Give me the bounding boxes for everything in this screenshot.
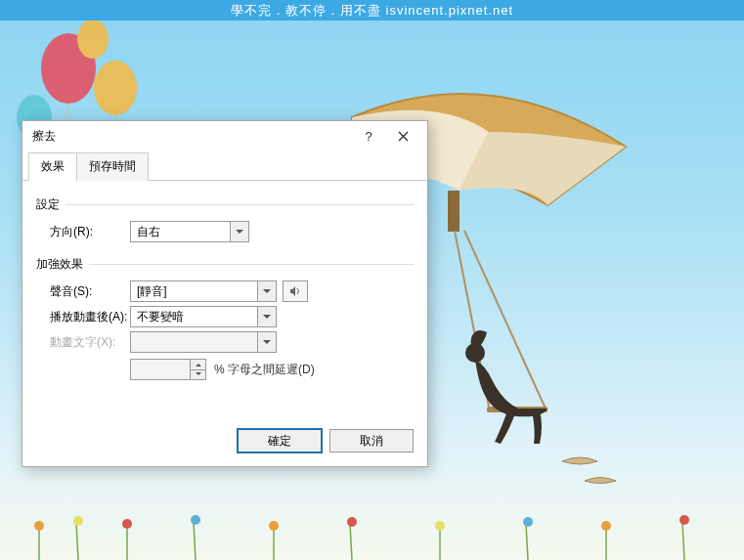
svg-point-22 <box>191 515 200 525</box>
svg-line-16 <box>526 524 528 560</box>
chevron-down-icon[interactable] <box>258 307 276 326</box>
after-animation-value: 不要變暗 <box>131 307 258 326</box>
page-watermark: 學不完．教不停．用不盡 isvincent.pixnet.net <box>0 0 744 21</box>
delay-spinner <box>130 359 206 380</box>
svg-point-4 <box>77 20 109 59</box>
ok-button[interactable]: 確定 <box>238 429 322 452</box>
svg-line-14 <box>350 524 352 560</box>
svg-point-28 <box>679 515 689 525</box>
svg-point-23 <box>269 521 279 531</box>
svg-point-21 <box>122 519 132 529</box>
svg-point-27 <box>601 521 611 531</box>
svg-point-24 <box>347 517 357 527</box>
svg-point-1 <box>94 61 137 115</box>
close-button[interactable] <box>384 125 421 147</box>
direction-label: 方向(R): <box>50 224 130 240</box>
svg-line-12 <box>194 522 196 560</box>
svg-point-25 <box>435 521 445 531</box>
section-settings-label: 設定 <box>36 196 414 213</box>
animate-text-combo <box>130 331 277 353</box>
svg-line-10 <box>76 523 78 560</box>
delay-input <box>130 359 191 380</box>
after-animation-label: 播放動畫後(A): <box>50 309 130 325</box>
dialog-titlebar: 擦去 ? <box>22 121 427 151</box>
sound-preview-button[interactable] <box>283 280 308 302</box>
dialog-button-row: 確定 取消 <box>22 419 427 466</box>
section-enhance-label: 加強效果 <box>36 256 414 273</box>
direction-value: 自右 <box>131 222 231 241</box>
chevron-down-icon <box>258 332 276 352</box>
cancel-button[interactable]: 取消 <box>329 429 414 452</box>
svg-point-26 <box>523 517 533 527</box>
chevron-down-icon[interactable] <box>258 281 276 301</box>
spinner-up-icon <box>191 360 205 370</box>
svg-point-20 <box>73 516 83 526</box>
tab-timing[interactable]: 預存時間 <box>76 152 149 181</box>
sound-value: [靜音] <box>131 281 258 301</box>
svg-line-18 <box>682 522 684 560</box>
delay-suffix-label: % 字母之間延遲(D) <box>214 362 315 378</box>
direction-combo[interactable]: 自右 <box>130 221 249 242</box>
spinner-buttons <box>191 359 206 380</box>
tab-bar: 效果 預存時間 <box>22 152 427 181</box>
sound-label: 聲音(S): <box>50 283 130 300</box>
svg-rect-5 <box>448 191 460 232</box>
dialog-title: 擦去 <box>32 128 353 145</box>
svg-point-19 <box>34 521 44 531</box>
after-animation-combo[interactable]: 不要變暗 <box>130 306 277 327</box>
effect-options-dialog: 擦去 ? 效果 預存時間 設定 方向(R): 自右 加強效果 聲音(S): [靜… <box>22 120 428 467</box>
spinner-down-icon <box>191 370 205 380</box>
close-icon <box>398 131 409 142</box>
animate-text-value <box>131 332 258 352</box>
animate-text-label: 動畫文字(X): <box>50 334 130 351</box>
tab-effect[interactable]: 效果 <box>28 152 77 181</box>
help-button[interactable]: ? <box>353 125 384 147</box>
chevron-down-icon[interactable] <box>231 222 248 241</box>
speaker-icon <box>288 284 302 298</box>
sound-combo[interactable]: [靜音] <box>130 280 277 302</box>
dialog-content: 設定 方向(R): 自右 加強效果 聲音(S): [靜音] 播放動 <box>22 181 427 419</box>
svg-rect-8 <box>0 508 744 560</box>
